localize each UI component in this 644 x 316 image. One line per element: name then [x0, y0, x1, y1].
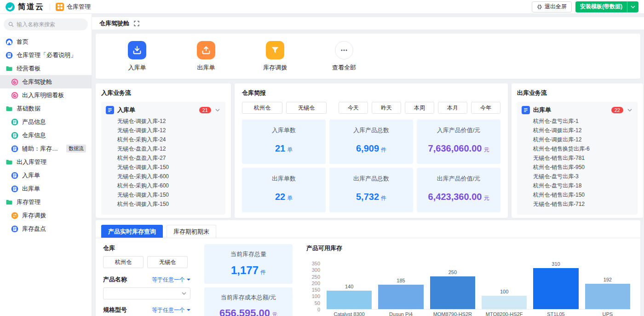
- data-flow-tag: 数据流: [66, 145, 86, 152]
- exit-fullscreen-button[interactable]: 退出全屏: [532, 1, 572, 12]
- quick-action-view-all[interactable]: 查看全部: [329, 41, 359, 72]
- sidebar-search[interactable]: [4, 18, 88, 30]
- exit-fullscreen-label: 退出全屏: [545, 3, 567, 11]
- tab-period-inventory[interactable]: 库存期初期末: [167, 225, 216, 238]
- flow-list-item[interactable]: 杭州仓-销售出库-150: [522, 190, 633, 199]
- stat-tile: 当前库存总量1,177件: [204, 244, 293, 284]
- flow-list-item[interactable]: 杭州仓-盘亏出库-18: [522, 181, 633, 190]
- warehouse-filter-button[interactable]: 杭州仓: [242, 102, 282, 114]
- stat-tile: 入库单数21单: [242, 119, 326, 164]
- flow-list-item[interactable]: 杭州仓-盘亏出库-1: [522, 117, 633, 126]
- y-axis-label: 50: [315, 300, 320, 306]
- flow-list-item[interactable]: 杭州仓-销售换货出库-6: [522, 144, 633, 153]
- flow-list-item[interactable]: 无锡仓-调拨入库-12: [106, 126, 221, 135]
- flow-list-item[interactable]: 无锡仓-盘盈入库-12: [106, 144, 221, 153]
- sidebar-item[interactable]: 首页: [0, 35, 92, 48]
- install-template-button[interactable]: 安装模板(带数据): [575, 1, 638, 12]
- time-filter-button[interactable]: 本周: [405, 102, 434, 114]
- flow-list-item[interactable]: 杭州仓-调拨入库-150: [106, 199, 221, 209]
- sidebar-item[interactable]: 出入库明细看板: [0, 88, 92, 102]
- flow-list-item[interactable]: 无锡仓-调拨入库-150: [106, 163, 221, 172]
- sidebar-nav: 首页仓库管理「必看说明」经营看板仓库驾驶舱出入库明细看板基础数据产品信息仓库信息…: [0, 35, 92, 235]
- sidebar-item[interactable]: 入库单: [0, 169, 92, 182]
- app-name: 仓库管理: [67, 3, 91, 11]
- warehouse-filter-button[interactable]: 无锡仓: [147, 256, 188, 268]
- expand-fullscreen-icon[interactable]: [134, 21, 139, 26]
- y-axis-label: 350: [312, 261, 320, 266]
- topbar-divider: [50, 4, 50, 10]
- sidebar-group[interactable]: 经营看板: [0, 62, 92, 75]
- chevron-down-icon[interactable]: [214, 108, 221, 112]
- filter-operator-dropdown[interactable]: 等于任意一个: [152, 276, 190, 284]
- quick-action-transfer[interactable]: 库存调拨: [260, 41, 290, 72]
- bar: [327, 291, 372, 309]
- time-filter-button[interactable]: 今年: [471, 102, 500, 114]
- sidebar-item-label: 经营看板: [17, 64, 40, 73]
- bar: [482, 296, 527, 309]
- bar-slot: 140: [327, 284, 372, 309]
- inbound-form-icon: [106, 106, 114, 114]
- flow-list-item[interactable]: 无锡仓-盘亏出库-3: [522, 172, 633, 181]
- time-filter-button[interactable]: 本月: [438, 102, 467, 114]
- filter-operator-label: 等于任意一个: [152, 276, 185, 284]
- sidebar-item[interactable]: 库存盘点: [0, 222, 92, 235]
- sidebar-item[interactable]: 仓库信息: [0, 129, 92, 142]
- chart-y-axis: 050100150200250300350: [306, 255, 324, 316]
- sidebar-item[interactable]: 仓库管理「必看说明」: [0, 48, 92, 62]
- time-filter-button[interactable]: 昨天: [372, 102, 401, 114]
- warehouse-filter-group: 杭州仓无锡仓: [242, 102, 327, 114]
- x-axis-label: UPS: [585, 311, 630, 316]
- x-axis-label: ST1L05: [533, 311, 578, 316]
- inventory-filters: 仓库 杭州仓无锡仓 产品名称 等于任意一个: [103, 244, 190, 316]
- product-name-select[interactable]: [103, 287, 190, 299]
- tab-realtime-inventory[interactable]: 产品实时库存查询: [101, 225, 163, 238]
- y-axis-label: 0: [317, 307, 320, 312]
- caret-down-icon: [187, 279, 190, 282]
- time-filter-button[interactable]: 今天: [339, 102, 368, 114]
- quick-action-inbound[interactable]: 入库单: [122, 41, 152, 72]
- form-icon: [11, 132, 18, 139]
- stat-tile: 入库产品价值/元7,636,060.00元: [417, 119, 500, 164]
- sidebar-item[interactable]: 辅助：库存期初...数据流: [0, 142, 92, 155]
- warehouse-filter-button[interactable]: 杭州仓: [103, 256, 144, 268]
- search-input[interactable]: [17, 21, 83, 28]
- sidebar-item[interactable]: 产品信息: [0, 115, 92, 129]
- sidebar-item[interactable]: 仓库驾驶舱: [0, 75, 92, 88]
- sidebar-item[interactable]: 库存调拨: [0, 209, 92, 222]
- available-inventory-bar-chart: 050100150200250300350 140185250100310192…: [306, 255, 633, 316]
- app: 简道云 仓库管理 退出全屏 安装模板(带数据): [0, 0, 644, 316]
- flow-list-item[interactable]: 无锡仓-销售出库-781: [522, 153, 633, 163]
- chevron-down-icon[interactable]: [627, 108, 633, 112]
- quick-action-outbound[interactable]: 出库单: [191, 41, 221, 72]
- dashboard-icon: [11, 78, 18, 86]
- warehouse-filter-button[interactable]: 无锡仓: [286, 102, 327, 114]
- flow-list-item[interactable]: 无锡仓-采购入库-600: [106, 172, 221, 181]
- flow-list-item[interactable]: 杭州仓-调拨出库-12: [522, 126, 633, 135]
- sidebar-item-label: 产品信息: [22, 118, 46, 126]
- sidebar-group[interactable]: 出入库管理: [0, 155, 92, 169]
- filter-operator-dropdown[interactable]: 等于任意一个: [152, 306, 190, 314]
- form-icon: [11, 225, 18, 233]
- flow-list-item[interactable]: 无锡仓-调拨入库-150: [106, 190, 221, 199]
- flow-list-item[interactable]: 杭州仓-采购入库-600: [106, 181, 221, 190]
- inbound-flow-panel: 入库业务流 入库单 21: [96, 83, 231, 218]
- flow-list-item[interactable]: 无锡仓-销售出库-712: [522, 199, 633, 209]
- sidebar-group[interactable]: 库存管理: [0, 195, 92, 209]
- flow-list-item[interactable]: 杭州仓-盘盈入库-27: [106, 153, 221, 163]
- sidebar-group[interactable]: 基础数据: [0, 102, 92, 115]
- warehouse-summary-panel: 仓库简报 杭州仓无锡仓 今天昨天本周本月今年 入库单数21单入库产品总数6,90…: [235, 83, 508, 218]
- inbound-record-list: 无锡仓-调拨入库-12无锡仓-调拨入库-12杭州仓-采购入库-24无锡仓-盘盈入…: [106, 117, 221, 209]
- stat-label: 入库产品总数: [353, 126, 389, 135]
- x-axis-label: MTQ8200-HS2F: [482, 311, 527, 316]
- flow-list-item[interactable]: 杭州仓-采购入库-24: [106, 135, 221, 144]
- folder-icon: [6, 65, 13, 72]
- flow-list-item[interactable]: 杭州仓-调拨出库-12: [522, 135, 633, 144]
- flow-list-item[interactable]: 无锡仓-调拨入库-12: [106, 117, 221, 126]
- chevron-down-icon[interactable]: [627, 6, 638, 8]
- bar-value-label: 310: [552, 261, 560, 267]
- install-template-label: 安装模板(带数据): [575, 3, 627, 11]
- flow-list-item[interactable]: 杭州仓-销售出库-950: [522, 163, 633, 172]
- transfer-funnel-icon: [266, 41, 284, 59]
- sidebar-item[interactable]: 出库单: [0, 182, 92, 195]
- sidebar: 首页仓库管理「必看说明」经营看板仓库驾驶舱出入库明细看板基础数据产品信息仓库信息…: [0, 14, 92, 316]
